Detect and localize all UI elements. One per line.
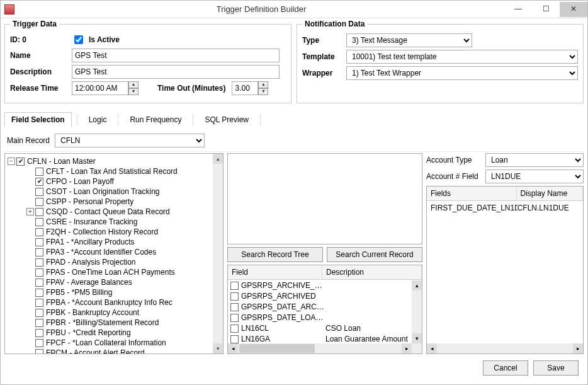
- selected-field-row[interactable]: FIRST_DUE_DATE_LN1DUECFLN.LN1DUE: [427, 202, 583, 214]
- field-header[interactable]: Field: [228, 265, 322, 279]
- timeout-down-icon[interactable]: ▼: [258, 88, 268, 95]
- release-time-down-icon[interactable]: ▼: [128, 88, 139, 95]
- tree-checkbox[interactable]: [35, 279, 43, 287]
- fieldlist-vscroll[interactable]: ▴ ▾: [412, 280, 422, 344]
- tree-item[interactable]: FPBA - *Account Bankruptcy Info Rec: [8, 297, 220, 307]
- name-input[interactable]: [72, 49, 280, 62]
- timeout-spinner[interactable]: ▲ ▼: [232, 81, 268, 95]
- fields-header[interactable]: Fields: [427, 187, 517, 200]
- tree-item[interactable]: FPBU - *Credit Reporting: [8, 328, 220, 338]
- tree-checkbox[interactable]: [35, 268, 43, 277]
- tab-sql-preview[interactable]: SQL Preview: [198, 113, 255, 127]
- tree-checkbox[interactable]: [35, 218, 43, 226]
- field-checkbox[interactable]: [230, 314, 239, 322]
- tree-item[interactable]: CSOT - Loan Origination Tracking: [8, 187, 220, 197]
- tree-checkbox[interactable]: [35, 208, 43, 216]
- tree-checkbox[interactable]: [35, 339, 43, 347]
- release-time-up-icon[interactable]: ▲: [128, 81, 139, 88]
- template-select[interactable]: 10001) Test text template: [346, 50, 578, 64]
- scroll-left-icon[interactable]: ◂: [228, 343, 238, 353]
- timeout-input[interactable]: [232, 81, 258, 95]
- tree-checkbox[interactable]: [35, 329, 43, 337]
- search-current-record-button[interactable]: Search Current Record: [327, 247, 422, 262]
- scroll-down-icon[interactable]: ▾: [412, 333, 422, 343]
- search-record-tree-button[interactable]: Search Record Tree: [227, 247, 323, 262]
- tree-checkbox[interactable]: [35, 178, 43, 186]
- tree-checkbox[interactable]: [35, 289, 43, 297]
- tree-item[interactable]: FPA3 - *Account Identifier Codes: [8, 247, 220, 257]
- tree-checkbox[interactable]: [35, 349, 43, 355]
- cancel-button[interactable]: Cancel: [483, 360, 528, 376]
- scroll-up-icon[interactable]: ▴: [412, 280, 422, 290]
- tree-checkbox[interactable]: [35, 238, 43, 246]
- scroll-right-icon[interactable]: ▸: [402, 343, 412, 353]
- field-list[interactable]: Field Description GPSRPS_ARCHIVE_DRO...G…: [227, 265, 422, 355]
- expander-icon[interactable]: +: [26, 208, 34, 215]
- scroll-left-icon[interactable]: ◂: [427, 343, 437, 353]
- tab-field-selection[interactable]: Field Selection: [4, 112, 72, 127]
- tree-item[interactable]: FPA1 - *Ancillary Products: [8, 237, 220, 247]
- record-tree[interactable]: −CFLN - Loan MasterCFLT - Loan Tax And S…: [4, 153, 223, 354]
- description-input[interactable]: [72, 65, 280, 79]
- tree-checkbox[interactable]: [35, 188, 43, 196]
- field-checkbox[interactable]: [230, 303, 239, 311]
- tree-checkbox[interactable]: [35, 319, 43, 327]
- tree-checkbox[interactable]: [35, 248, 43, 256]
- main-record-select[interactable]: CFLN: [55, 134, 205, 147]
- tree-checkbox[interactable]: [35, 228, 43, 236]
- tree-item[interactable]: FPBK - Bankruptcy Account: [8, 307, 220, 318]
- tab-logic[interactable]: Logic: [82, 113, 113, 127]
- maximize-button[interactable]: ☐: [532, 2, 560, 17]
- minimize-button[interactable]: —: [504, 2, 532, 17]
- account-num-field-select[interactable]: LN1DUE: [485, 170, 584, 183]
- scroll-up-icon[interactable]: ▴: [213, 154, 223, 164]
- type-select[interactable]: 3) Text Message: [346, 33, 472, 47]
- tree-checkbox[interactable]: [35, 258, 43, 267]
- expander-icon[interactable]: −: [8, 158, 15, 165]
- tab-run-frequency[interactable]: Run Frequency: [123, 113, 188, 127]
- scroll-right-icon[interactable]: ▸: [573, 343, 583, 353]
- tree-checkbox[interactable]: [35, 309, 43, 317]
- tree-checkbox[interactable]: [16, 158, 25, 166]
- field-row[interactable]: LN16CLCSO Loan: [228, 323, 412, 334]
- tree-checkbox[interactable]: [35, 168, 43, 176]
- account-type-select[interactable]: Loan: [485, 153, 584, 167]
- display-name-header[interactable]: Display Name: [517, 187, 584, 200]
- field-row[interactable]: GPSRPS_DATE_ARCHIV...: [228, 302, 412, 313]
- close-button[interactable]: ✕: [560, 2, 587, 17]
- tree-scrollbar[interactable]: ▴ ▾: [213, 154, 223, 353]
- tree-item[interactable]: FPAD - Analysis Projection: [8, 257, 220, 267]
- field-checkbox[interactable]: [230, 282, 239, 290]
- selected-fields-list[interactable]: Fields Display Name FIRST_DUE_DATE_LN1DU…: [426, 186, 584, 354]
- tree-item[interactable]: CFPO - Loan Payoff: [8, 176, 220, 187]
- save-button[interactable]: Save: [533, 360, 579, 376]
- tree-item[interactable]: FPCF - *Loan Collateral Information: [8, 338, 220, 348]
- scroll-down-icon[interactable]: ▾: [213, 343, 223, 353]
- is-active-checkbox[interactable]: [74, 35, 83, 44]
- tree-item[interactable]: CSRE - Insurance Tracking: [8, 217, 220, 227]
- tree-item[interactable]: FPCM - Account Alert Record: [8, 348, 220, 354]
- release-time-spinner[interactable]: ▲ ▼: [72, 81, 139, 95]
- tree-item[interactable]: F2QH - Collection History Record: [8, 227, 220, 237]
- field-row[interactable]: GPSRPS_DATE_LOADED: [228, 313, 412, 323]
- release-time-input[interactable]: [72, 81, 128, 95]
- wrapper-select[interactable]: 1) Test Text Wrapper: [346, 66, 578, 80]
- field-checkbox[interactable]: [230, 292, 239, 301]
- scroll-thumb[interactable]: [239, 344, 315, 353]
- tree-item[interactable]: FPB5 - *PM5 Billing: [8, 287, 220, 297]
- tree-root[interactable]: −CFLN - Loan Master: [8, 156, 220, 166]
- selected-hscroll[interactable]: ◂ ▸: [427, 343, 583, 353]
- field-search-input[interactable]: [227, 153, 422, 244]
- description-header[interactable]: Description: [322, 265, 422, 279]
- tree-item[interactable]: FPBR - *Billing/Statement Record: [8, 318, 220, 328]
- field-row[interactable]: GPSRPS_ARCHIVE_DRO...: [228, 280, 412, 291]
- field-checkbox[interactable]: [230, 335, 239, 343]
- field-row[interactable]: LN16GALoan Guarantee Amount: [228, 334, 412, 344]
- tree-checkbox[interactable]: [35, 198, 43, 206]
- tree-item[interactable]: CFLT - Loan Tax And Statistical Record: [8, 166, 220, 176]
- fieldlist-hscroll[interactable]: ◂ ▸: [228, 343, 412, 353]
- tree-item[interactable]: FPAV - Average Balances: [8, 277, 220, 287]
- tree-item[interactable]: +CSQD - Contact Queue Data Record: [8, 207, 220, 217]
- tree-checkbox[interactable]: [35, 299, 43, 307]
- tree-item[interactable]: FPAS - OneTime Loan ACH Payments: [8, 267, 220, 277]
